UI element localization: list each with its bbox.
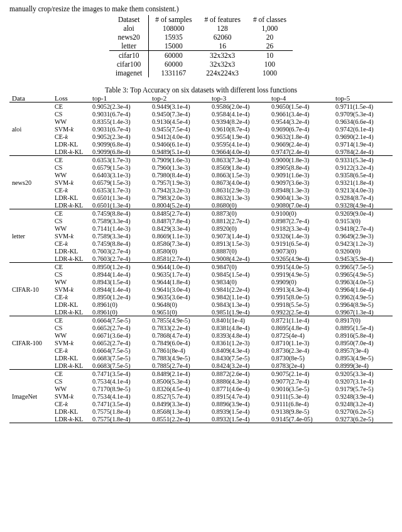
loss-cell: WW — [52, 278, 90, 285]
loss-cell: LDR-k-KL — [52, 308, 90, 316]
dataset-name-cell: ImageNet — [9, 370, 52, 423]
value-cell: 0.9909(0) — [269, 278, 333, 285]
loss-cell: CS — [52, 163, 90, 171]
value-cell: 0.9634(6.6e-4) — [333, 118, 393, 125]
value-cell: 0.7883(4.9e-5) — [149, 354, 209, 362]
value-cell: 0.9635(3.6e-4) — [149, 293, 209, 301]
loss-cell: WW — [52, 385, 90, 392]
loss-cell: SVM-k — [52, 392, 90, 400]
value-cell: 0.6353(1.7e-3) — [90, 156, 149, 164]
value-cell: 0.8887(0) — [209, 247, 269, 255]
value-cell: 0.9847(0) — [209, 263, 269, 271]
value-cell: 0.9179(5.7e-5) — [333, 385, 393, 392]
value-cell: 0.8401(1e-4) — [209, 316, 269, 324]
value-cell: 0.7141(1.4e-3) — [90, 224, 149, 232]
value-cell: 0.9967(1.3e-4) — [333, 308, 393, 316]
loss-cell: CS — [52, 324, 90, 331]
value-cell: 0.7534(4.1e-4) — [90, 377, 149, 385]
value-cell: 0.8663(1.5e-3) — [209, 171, 269, 179]
value-cell: 0.9964(8.9e-5) — [333, 301, 393, 308]
value-cell: 0.8939(1.5e-4) — [209, 407, 269, 415]
dataset-cell: 10 — [247, 51, 293, 60]
dataset-cell: 1331167 — [149, 69, 198, 77]
dataset-header-cell: # of features — [198, 15, 246, 24]
value-cell: 0.8953(4.9e-5) — [333, 354, 393, 362]
value-cell: 0.8673(4.0e-4) — [209, 179, 269, 186]
loss-cell: CE-k — [52, 293, 90, 301]
value-cell: 0.9207(3.1e-4) — [333, 377, 393, 385]
value-cell: 0.9111(5.3e-4) — [269, 392, 333, 400]
value-cell: 0.6353(1.7e-3) — [90, 186, 149, 194]
dataset-cell: 20 — [247, 33, 293, 42]
value-cell: 0.8631(2.9e-3) — [209, 186, 269, 194]
value-cell: 0.7960(1.3e-3) — [149, 163, 209, 171]
value-cell: 0.7471(3.5e-4) — [90, 370, 149, 378]
loss-cell: CE — [52, 156, 90, 164]
value-cell: 0.9394(8.2e-4) — [209, 118, 269, 125]
dataset-cell: 26 — [247, 42, 293, 51]
value-cell: 0.8680(0) — [209, 201, 269, 209]
loss-cell: CE-k — [52, 346, 90, 354]
value-cell: 0.9358(6.5e-4) — [333, 171, 393, 179]
value-cell: 0.8950(1.2e-4) — [90, 263, 149, 271]
value-cell: 0.9099(6.8e-4) — [90, 148, 149, 156]
value-cell: 0.9649(2.9e-3) — [333, 232, 393, 240]
dataset-cell: 224x224x3 — [198, 69, 246, 77]
value-cell: 0.8913(1.5e-3) — [209, 240, 269, 247]
value-cell: 0.8944(1.4e-4) — [90, 270, 149, 278]
acc-header-cell: top-4 — [269, 94, 333, 103]
value-cell: 0.8393(4.8e-4) — [209, 331, 269, 339]
value-cell: 0.8895(1.5e-4) — [333, 324, 393, 331]
value-cell: 0.9136(4.5e-4) — [149, 118, 209, 125]
value-cell: 0.9449(3.1e-4) — [149, 103, 209, 111]
dataset-name-cell: aloi — [9, 103, 52, 156]
value-cell: 0.9651(0) — [149, 308, 209, 316]
value-cell: 0.9610(8.7e-4) — [209, 125, 269, 133]
value-cell: 0.7459(8.8e-4) — [90, 240, 149, 247]
value-cell: 0.7534(4.1e-4) — [90, 392, 149, 400]
fragment-text: manually crop/resize the images to make … — [9, 5, 393, 13]
value-cell: 0.9711(1.5e-4) — [333, 103, 393, 111]
dataset-header-cell: # of samples — [149, 15, 198, 24]
value-cell: 0.9423(1.2e-3) — [333, 240, 393, 247]
value-cell: 0.9145(7.4e-05) — [269, 415, 333, 423]
value-cell: 0.9153(0) — [333, 217, 393, 224]
value-cell: 0.6664(7.5e-5) — [90, 346, 149, 354]
accuracy-table: DataLosstop-1top-2top-3top-4top-5aloiCE0… — [9, 94, 393, 423]
value-cell: 0.6501(1.3e-4) — [90, 201, 149, 209]
loss-cell: SVM-k — [52, 232, 90, 240]
value-cell: 0.9544(3.2e-4) — [269, 118, 333, 125]
value-cell: 0.7957(1.9e-3) — [149, 179, 209, 186]
value-cell: 0.9690(6.7e-4) — [269, 125, 333, 133]
value-cell: 0.8489(2.1e-4) — [149, 370, 209, 378]
value-cell: 0.9747(2.4e-4) — [269, 148, 333, 156]
value-cell: 0.8506(5.3e-4) — [149, 377, 209, 385]
value-cell: 0.9099(6.8e-4) — [90, 140, 149, 148]
value-cell: 0.9008(4.2e-4) — [209, 255, 269, 263]
value-cell: 0.9964(1.6e-4) — [333, 285, 393, 293]
value-cell: 0.6683(7.5e-5) — [90, 354, 149, 362]
dataset-cell: 16 — [198, 42, 246, 51]
value-cell: 0.6579(1.5e-3) — [90, 163, 149, 171]
value-cell: 0.9270(6.2e-5) — [333, 407, 393, 415]
value-cell: 0.9052(2.3e-4) — [90, 133, 149, 140]
loss-cell: WW — [52, 118, 90, 125]
value-cell: 0.9248(3.2e-4) — [333, 400, 393, 407]
value-cell: 0.7575(1.8e-4) — [90, 407, 149, 415]
dataset-cell: 1000 — [247, 69, 293, 77]
loss-cell: WW — [52, 331, 90, 339]
loss-cell: LDR-k-KL — [52, 148, 90, 156]
loss-cell: SVM-k — [52, 339, 90, 346]
value-cell: 0.9650(1.5e-4) — [269, 103, 333, 111]
value-cell: 0.9644(1.8e-4) — [149, 278, 209, 285]
loss-cell: LDR-KL — [52, 354, 90, 362]
value-cell: 0.9922(2.5e-4) — [269, 308, 333, 316]
dataset-cell: news20 — [109, 33, 149, 42]
value-cell: 0.9248(3.9e-4) — [333, 392, 393, 400]
value-cell: 0.9016(3.5e-5) — [269, 385, 333, 392]
value-cell: 0.7603(2.7e-4) — [90, 247, 149, 255]
value-cell: 0.9326(1.4e-3) — [269, 232, 333, 240]
value-cell: 0.9842(1.1e-4) — [209, 293, 269, 301]
value-cell: 0.9913(4.3e-4) — [269, 285, 333, 293]
value-cell: 0.8633(7.3e-4) — [209, 156, 269, 164]
